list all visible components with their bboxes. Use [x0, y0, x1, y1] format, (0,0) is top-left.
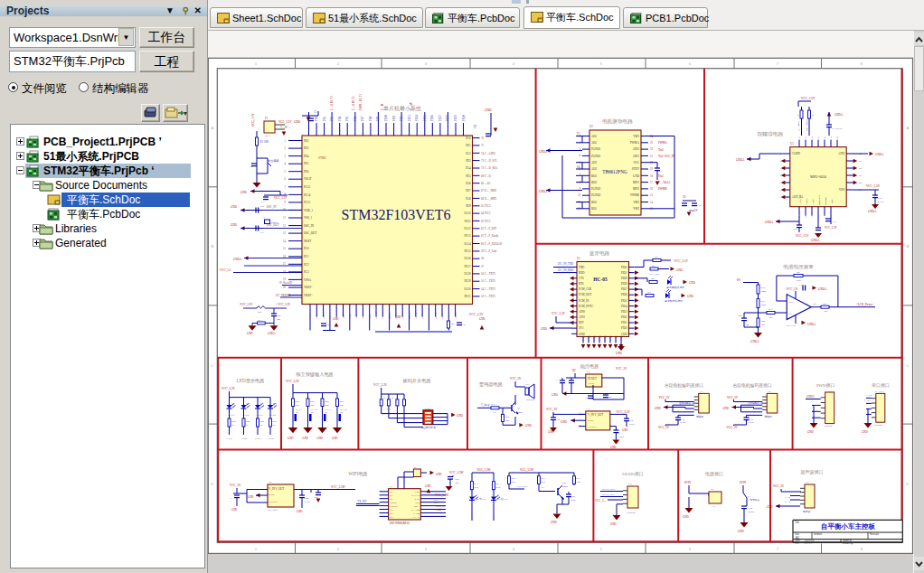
svg-text:+VCC_3.3W: +VCC_3.3W	[434, 493, 449, 497]
svg-text:GND: GND	[683, 515, 689, 519]
svg-text:PC3: PC3	[304, 270, 309, 274]
svg-text:C20: C20	[277, 315, 281, 317]
svg-text:E…o: E…o	[785, 501, 791, 503]
svg-text:5V: 5V	[683, 195, 687, 199]
svg-text:VCC_3.3V: VCC_3.3V	[251, 113, 255, 127]
svg-text:GND: GND	[807, 430, 814, 434]
svg-text:GND: GND	[479, 317, 486, 321]
svg-text:…: …	[255, 431, 258, 434]
svg-text:58: 58	[481, 257, 485, 260]
svg-text:10: 10	[578, 193, 581, 197]
svg-text:C17: C17	[833, 221, 837, 223]
svg-text:PE3: PE3	[304, 146, 309, 150]
svg-text:INT: INT	[831, 199, 834, 203]
svg-text:Tin1: Tin1	[658, 174, 664, 178]
svg-text:TXD: TXD	[579, 266, 585, 269]
svg-text:GNDA: GNDA	[736, 158, 745, 162]
svg-text:RXD: RXD	[579, 271, 585, 275]
svg-text:R27: R27	[246, 420, 250, 423]
svg-text:BIN1: BIN1	[633, 181, 639, 184]
svg-text:C22: C22	[738, 315, 742, 317]
svg-text:PA20: PA20	[465, 287, 471, 291]
svg-text:USB2: USB2	[593, 334, 596, 341]
svg-text:SDA: SDA	[434, 502, 438, 504]
svg-text:GNDA: GNDA	[811, 239, 820, 242]
svg-text:4.7K: 4.7K	[496, 486, 501, 489]
svg-text:MPU-6050: MPU-6050	[810, 174, 826, 179]
svg-text:PGND2: PGND2	[591, 193, 601, 197]
svg-text:USB3: USB3	[599, 334, 601, 341]
svg-text:左轮电机编码器接口: 左轮电机编码器接口	[665, 382, 703, 389]
svg-text:RXD: RXD	[415, 498, 420, 501]
svg-text:L…r1 OUT1: L…r1 OUT1	[330, 96, 334, 110]
svg-text:L…r1 OUT2: L…r1 OUT2	[352, 96, 355, 110]
svg-text:Value: Value	[618, 436, 625, 438]
svg-text:Title: Title	[795, 521, 800, 524]
svg-text:VCC_5V: VCC_5V	[616, 367, 627, 371]
svg-text:Q1: Q1	[517, 407, 521, 409]
svg-text:GND: GND	[317, 437, 324, 440]
svg-text:PIO4: PIO4	[621, 305, 627, 308]
svg-text:10K: 10K	[768, 316, 773, 319]
svg-text:PB8: PB8	[369, 116, 372, 121]
svg-text:PC1: PC1	[304, 255, 309, 258]
svg-text:USB6: USB6	[615, 334, 618, 341]
svg-text:U7: U7	[587, 408, 590, 410]
svg-text:8050: 8050	[562, 485, 568, 488]
svg-text:LS1: LS1	[525, 383, 530, 386]
svg-text:GND: GND	[616, 352, 623, 355]
svg-text:3.3uF: 3.3uF	[305, 501, 311, 503]
svg-text:C4: C4	[260, 204, 264, 208]
svg-text:I2C…MPU: I2C…MPU	[806, 119, 808, 131]
svg-text:47K: 47K	[542, 481, 546, 484]
svg-text:STBY: STBY	[632, 167, 640, 171]
svg-text:GND: GND	[561, 420, 568, 424]
svg-text:PIO5: PIO5	[621, 299, 627, 303]
svg-text:PD15: PD15	[408, 312, 411, 318]
svg-text:TX_WF: TX_WF	[357, 500, 366, 503]
svg-text:59 T…P_Link: 59 T…P_Link	[481, 249, 497, 253]
svg-text:GND: GND	[525, 424, 533, 427]
svg-text:3V3: 3V3	[579, 326, 584, 330]
svg-text:0.1uF: 0.1uF	[878, 201, 884, 203]
svg-text:PE4: PE4	[304, 155, 309, 158]
svg-text:OPA330: OPA330	[787, 324, 796, 327]
svg-text:VCC_5V: VCC_5V	[773, 484, 785, 488]
svg-text:TB6612FNG: TB6612FNG	[602, 169, 627, 174]
svg-text:C21: C21	[608, 396, 612, 399]
svg-text:C…: C…	[585, 397, 589, 399]
svg-text:拨码开关电路: 拨码开关电路	[402, 378, 430, 384]
svg-text:1K: 1K	[493, 411, 495, 414]
svg-text:PGND1: PGND1	[591, 155, 601, 158]
svg-text:电源5V: 电源5V	[689, 209, 699, 212]
svg-text:P4: P4	[577, 165, 580, 169]
svg-text:PWMB: PWMB	[658, 187, 667, 191]
svg-text:104: 104	[455, 482, 459, 484]
svg-text:VCC_5V: VCC_5V	[658, 426, 670, 429]
svg-text:EN BYP: EN BYP	[588, 426, 597, 428]
svg-text:VCC_3.3V: VCC_3.3V	[373, 383, 388, 387]
svg-text:…电源开关: …电源开关	[748, 498, 759, 502]
svg-text:/ D_ResetID: / D_ResetID	[278, 281, 293, 285]
svg-text:4.7K: 4.7K	[475, 486, 479, 489]
svg-text:VCC_3.3V: VCC_3.3V	[796, 234, 809, 238]
svg-text:STM32F103VET6: STM32F103VET6	[342, 207, 451, 222]
svg-text:R19: R19	[761, 300, 766, 303]
svg-text:AIN2: AIN2	[633, 147, 640, 151]
svg-text:100K: 100K	[761, 290, 767, 293]
svg-text:单片机最小系统: 单片机最小系统	[383, 105, 422, 112]
svg-text:LED显示电路: LED显示电路	[237, 378, 265, 384]
svg-text:PIO8: PIO8	[621, 277, 627, 280]
svg-text:GND: GND	[633, 174, 640, 178]
svg-text:PE13: PE13	[465, 234, 471, 238]
svg-text:I2C_IN_RXD: I2C_IN_RXD	[276, 294, 292, 297]
svg-text:WIFI电路: WIFI电路	[348, 471, 368, 477]
svg-text:PB11: PB11	[392, 115, 396, 121]
svg-text:64 T2C2: 64 T2C2	[481, 211, 491, 215]
svg-text:PD20: PD20	[440, 312, 444, 318]
svg-text:FSYNC: FSYNC	[825, 197, 827, 205]
svg-text:OLED_SDA: OLED_SDA	[602, 487, 617, 491]
svg-text:PB1: PB1	[315, 116, 318, 121]
svg-text:R32: R32	[505, 416, 510, 418]
svg-text:R20: R20	[761, 320, 766, 323]
